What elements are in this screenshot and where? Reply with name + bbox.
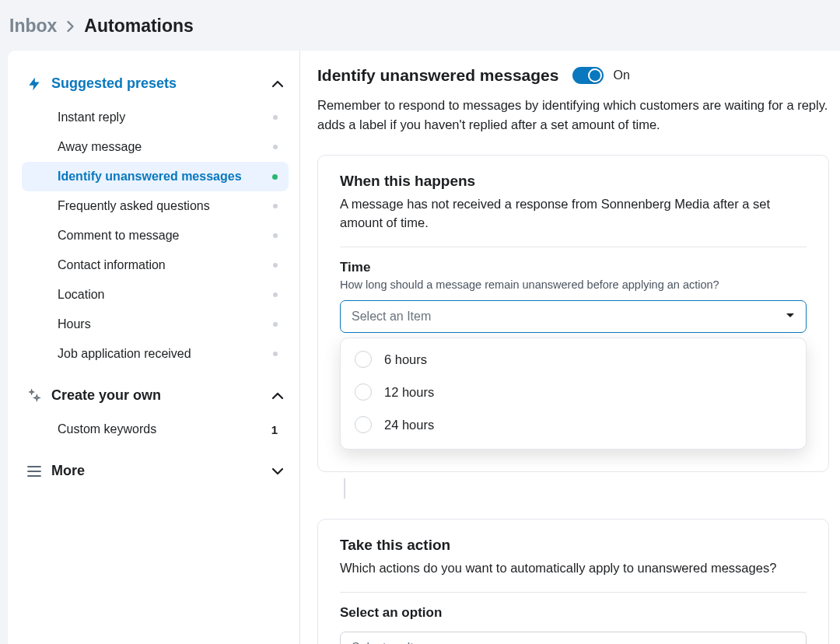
sidebar-section-suggested[interactable]: Suggested presets bbox=[22, 68, 289, 100]
sidebar-item-identify-unanswered[interactable]: Identify unanswered messages bbox=[22, 162, 289, 191]
breadcrumb-current: Automations bbox=[84, 16, 194, 37]
action-subtitle: Which actions do you want to automatical… bbox=[340, 558, 807, 578]
sidebar-item-instant-reply[interactable]: Instant reply bbox=[22, 103, 289, 132]
sparkle-icon bbox=[26, 388, 42, 404]
time-option-12h[interactable]: 12 hours bbox=[348, 376, 798, 408]
card-connector bbox=[344, 478, 345, 499]
time-select-placeholder: Select an Item bbox=[352, 310, 431, 324]
sidebar-item-away-message[interactable]: Away message bbox=[22, 132, 289, 162]
toggle-label: On bbox=[613, 68, 629, 82]
time-select[interactable]: Select an Item bbox=[340, 300, 807, 333]
automation-description: Remember to respond to messages by ident… bbox=[317, 96, 840, 135]
action-select-placeholder: Select an Item bbox=[352, 641, 431, 644]
time-dropdown: 6 hours 12 hours 24 hours bbox=[340, 338, 807, 450]
time-option-24h[interactable]: 24 hours bbox=[348, 408, 798, 441]
sidebar-item-label: Frequently asked questions bbox=[58, 199, 273, 213]
sidebar-item-label: Job application received bbox=[58, 347, 273, 361]
chevron-up-icon bbox=[271, 79, 284, 89]
sidebar-own-list: Custom keywords 1 bbox=[22, 415, 289, 444]
action-select[interactable]: Select an Item bbox=[340, 632, 807, 644]
sidebar-section-more[interactable]: More bbox=[22, 455, 289, 487]
sidebar-suggested-title: Suggested presets bbox=[51, 75, 177, 92]
sidebar-item-label: Contact information bbox=[58, 258, 273, 272]
sidebar-item-label: Custom keywords bbox=[58, 422, 271, 436]
status-dot-icon bbox=[273, 204, 278, 208]
status-dot-icon bbox=[273, 233, 278, 238]
sidebar-item-hours[interactable]: Hours bbox=[22, 310, 289, 339]
sidebar-preset-list: Instant reply Away message Identify unan… bbox=[22, 103, 289, 369]
bolt-icon bbox=[26, 76, 42, 92]
radio-icon bbox=[355, 351, 372, 368]
sidebar-item-count: 1 bbox=[271, 423, 278, 436]
breadcrumb: Inbox Automations bbox=[0, 0, 840, 51]
sidebar-own-title: Create your own bbox=[51, 387, 161, 404]
sidebar-item-label: Instant reply bbox=[58, 110, 273, 124]
menu-icon bbox=[26, 465, 42, 478]
sidebar-section-create-own[interactable]: Create your own bbox=[22, 380, 289, 411]
breadcrumb-parent[interactable]: Inbox bbox=[9, 16, 57, 37]
status-dot-icon bbox=[273, 292, 278, 297]
sidebar-item-label: Comment to message bbox=[58, 229, 273, 243]
action-heading: Take this action bbox=[340, 537, 807, 554]
status-dot-icon bbox=[273, 145, 278, 149]
time-option-6h[interactable]: 6 hours bbox=[348, 343, 798, 376]
time-field-label: Time bbox=[340, 260, 807, 275]
time-field-help: How long should a message remain unanswe… bbox=[340, 278, 807, 291]
status-dot-icon bbox=[273, 115, 278, 120]
sidebar-item-custom-keywords[interactable]: Custom keywords 1 bbox=[22, 415, 289, 444]
sidebar-item-job-application[interactable]: Job application received bbox=[22, 339, 289, 369]
sidebar-item-label: Identify unanswered messages bbox=[58, 170, 272, 184]
main-content: Identify unanswered messages On Remember… bbox=[300, 51, 840, 644]
sidebar-item-location[interactable]: Location bbox=[22, 280, 289, 310]
status-dot-icon bbox=[273, 263, 278, 268]
option-label: 12 hours bbox=[384, 385, 434, 400]
main-header: Identify unanswered messages On bbox=[317, 66, 840, 85]
status-dot-icon bbox=[273, 322, 278, 327]
divider bbox=[340, 247, 807, 247]
sidebar-item-label: Location bbox=[58, 288, 273, 302]
toggle-wrap: On bbox=[572, 67, 629, 84]
page-title: Identify unanswered messages bbox=[317, 66, 558, 85]
chevron-down-icon bbox=[271, 467, 284, 476]
sidebar: Suggested presets Instant reply Away mes… bbox=[8, 51, 300, 644]
trigger-heading: When this happens bbox=[340, 173, 807, 190]
caret-down-icon bbox=[786, 313, 795, 319]
radio-icon bbox=[355, 416, 372, 433]
sidebar-item-label: Hours bbox=[58, 317, 273, 331]
radio-icon bbox=[355, 383, 372, 401]
trigger-subtitle: A message has not received a response fr… bbox=[340, 194, 807, 233]
sidebar-item-label: Away message bbox=[58, 140, 273, 154]
sidebar-item-faq[interactable]: Frequently asked questions bbox=[22, 191, 289, 221]
trigger-card: When this happens A message has not rece… bbox=[317, 155, 829, 473]
action-option-label: Select an option bbox=[340, 605, 807, 621]
automation-toggle[interactable] bbox=[572, 67, 604, 84]
chevron-up-icon bbox=[271, 391, 284, 401]
sidebar-item-contact-info[interactable]: Contact information bbox=[22, 250, 289, 280]
option-label: 6 hours bbox=[384, 352, 427, 367]
sidebar-more-title: More bbox=[51, 463, 85, 479]
option-label: 24 hours bbox=[384, 418, 434, 432]
action-card: Take this action Which actions do you wa… bbox=[317, 519, 829, 644]
status-dot-icon bbox=[273, 352, 278, 356]
main-panel: Suggested presets Instant reply Away mes… bbox=[8, 51, 840, 644]
divider bbox=[340, 592, 807, 593]
sidebar-item-comment-to-message[interactable]: Comment to message bbox=[22, 221, 289, 250]
chevron-right-icon bbox=[66, 20, 75, 33]
status-dot-active-icon bbox=[272, 174, 278, 180]
